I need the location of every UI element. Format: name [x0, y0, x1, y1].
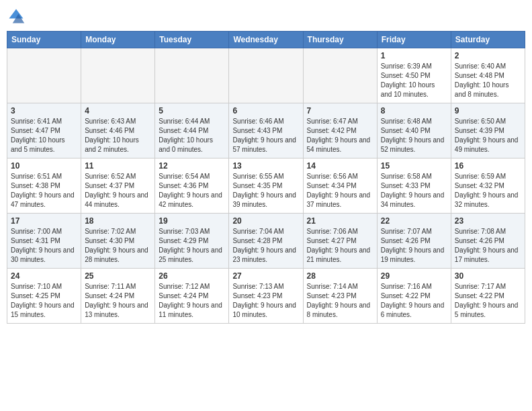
calendar-cell: 25Sunrise: 7:11 AM Sunset: 4:24 PM Dayli… — [81, 269, 155, 324]
calendar-cell: 11Sunrise: 6:52 AM Sunset: 4:37 PM Dayli… — [81, 158, 155, 214]
day-info: Sunrise: 6:44 AM Sunset: 4:44 PM Dayligh… — [159, 117, 225, 154]
calendar-cell: 12Sunrise: 6:54 AM Sunset: 4:36 PM Dayli… — [155, 158, 229, 214]
calendar-cell: 26Sunrise: 7:12 AM Sunset: 4:24 PM Dayli… — [155, 269, 229, 324]
day-number: 4 — [85, 106, 151, 116]
day-number: 3 — [11, 106, 77, 116]
calendar-week-row: 24Sunrise: 7:10 AM Sunset: 4:25 PM Dayli… — [7, 269, 525, 324]
calendar-cell: 4Sunrise: 6:43 AM Sunset: 4:46 PM Daylig… — [81, 103, 155, 158]
day-info: Sunrise: 7:03 AM Sunset: 4:29 PM Dayligh… — [159, 227, 225, 265]
col-header-wednesday: Wednesday — [229, 32, 303, 48]
day-number: 17 — [11, 216, 77, 226]
day-number: 24 — [11, 271, 77, 281]
calendar-cell: 24Sunrise: 7:10 AM Sunset: 4:25 PM Dayli… — [7, 269, 81, 324]
day-number: 29 — [381, 271, 447, 281]
col-header-tuesday: Tuesday — [155, 32, 229, 48]
calendar-cell: 27Sunrise: 7:13 AM Sunset: 4:23 PM Dayli… — [229, 269, 303, 324]
day-number: 18 — [85, 216, 151, 226]
day-number: 12 — [159, 161, 225, 171]
calendar-cell: 30Sunrise: 7:17 AM Sunset: 4:22 PM Dayli… — [451, 269, 525, 324]
calendar-week-row: 3Sunrise: 6:41 AM Sunset: 4:47 PM Daylig… — [7, 103, 525, 158]
day-info: Sunrise: 7:14 AM Sunset: 4:23 PM Dayligh… — [307, 282, 373, 320]
calendar-cell: 17Sunrise: 7:00 AM Sunset: 4:31 PM Dayli… — [7, 214, 81, 269]
calendar-cell: 23Sunrise: 7:08 AM Sunset: 4:26 PM Dayli… — [451, 214, 525, 269]
svg-marker-0 — [9, 9, 24, 19]
calendar-cell: 2Sunrise: 6:40 AM Sunset: 4:48 PM Daylig… — [451, 48, 525, 103]
day-info: Sunrise: 6:52 AM Sunset: 4:37 PM Dayligh… — [85, 172, 151, 210]
calendar-cell: 21Sunrise: 7:06 AM Sunset: 4:27 PM Dayli… — [303, 214, 377, 269]
logo — [7, 7, 28, 26]
day-number: 9 — [455, 106, 521, 116]
page-header — [7, 7, 525, 26]
col-header-sunday: Sunday — [7, 32, 81, 48]
day-number: 20 — [232, 216, 299, 226]
day-number: 10 — [11, 161, 77, 171]
day-info: Sunrise: 6:56 AM Sunset: 4:34 PM Dayligh… — [307, 172, 373, 210]
day-number: 16 — [455, 161, 521, 171]
calendar-cell: 5Sunrise: 6:44 AM Sunset: 4:44 PM Daylig… — [155, 103, 229, 158]
day-number: 28 — [307, 271, 373, 281]
day-info: Sunrise: 6:48 AM Sunset: 4:40 PM Dayligh… — [381, 117, 447, 154]
day-info: Sunrise: 7:11 AM Sunset: 4:24 PM Dayligh… — [85, 282, 151, 320]
calendar-header-row: SundayMondayTuesdayWednesdayThursdayFrid… — [7, 32, 525, 48]
calendar-cell: 3Sunrise: 6:41 AM Sunset: 4:47 PM Daylig… — [7, 103, 81, 158]
day-info: Sunrise: 6:40 AM Sunset: 4:48 PM Dayligh… — [455, 62, 521, 99]
day-info: Sunrise: 7:02 AM Sunset: 4:30 PM Dayligh… — [85, 227, 151, 265]
day-info: Sunrise: 7:07 AM Sunset: 4:26 PM Dayligh… — [381, 227, 447, 265]
day-info: Sunrise: 6:47 AM Sunset: 4:42 PM Dayligh… — [307, 117, 373, 154]
day-info: Sunrise: 7:16 AM Sunset: 4:22 PM Dayligh… — [381, 282, 447, 320]
calendar-cell: 28Sunrise: 7:14 AM Sunset: 4:23 PM Dayli… — [303, 269, 377, 324]
col-header-thursday: Thursday — [303, 32, 377, 48]
calendar-cell: 19Sunrise: 7:03 AM Sunset: 4:29 PM Dayli… — [155, 214, 229, 269]
col-header-monday: Monday — [81, 32, 155, 48]
calendar-cell: 22Sunrise: 7:07 AM Sunset: 4:26 PM Dayli… — [377, 214, 451, 269]
day-number: 22 — [381, 216, 447, 226]
calendar-week-row: 1Sunrise: 6:39 AM Sunset: 4:50 PM Daylig… — [7, 48, 525, 103]
logo-icon — [7, 7, 26, 26]
day-number: 27 — [232, 271, 299, 281]
calendar-cell — [303, 48, 377, 103]
col-header-friday: Friday — [377, 32, 451, 48]
day-number: 23 — [455, 216, 521, 226]
calendar-cell: 13Sunrise: 6:55 AM Sunset: 4:35 PM Dayli… — [229, 158, 303, 214]
day-info: Sunrise: 6:55 AM Sunset: 4:35 PM Dayligh… — [232, 172, 299, 210]
day-info: Sunrise: 7:08 AM Sunset: 4:26 PM Dayligh… — [455, 227, 521, 265]
day-info: Sunrise: 6:39 AM Sunset: 4:50 PM Dayligh… — [381, 62, 447, 99]
calendar-table: SundayMondayTuesdayWednesdayThursdayFrid… — [7, 31, 525, 324]
day-info: Sunrise: 6:46 AM Sunset: 4:43 PM Dayligh… — [232, 117, 299, 154]
calendar-cell — [81, 48, 155, 103]
day-number: 25 — [85, 271, 151, 281]
calendar-cell: 29Sunrise: 7:16 AM Sunset: 4:22 PM Dayli… — [377, 269, 451, 324]
day-info: Sunrise: 7:00 AM Sunset: 4:31 PM Dayligh… — [11, 227, 77, 265]
day-number: 13 — [232, 161, 299, 171]
calendar-cell: 9Sunrise: 6:50 AM Sunset: 4:39 PM Daylig… — [451, 103, 525, 158]
calendar-cell: 16Sunrise: 6:59 AM Sunset: 4:32 PM Dayli… — [451, 158, 525, 214]
day-info: Sunrise: 6:54 AM Sunset: 4:36 PM Dayligh… — [159, 172, 225, 210]
day-number: 5 — [159, 106, 225, 116]
calendar-week-row: 10Sunrise: 6:51 AM Sunset: 4:38 PM Dayli… — [7, 158, 525, 214]
day-info: Sunrise: 6:41 AM Sunset: 4:47 PM Dayligh… — [11, 117, 77, 154]
calendar-cell: 15Sunrise: 6:58 AM Sunset: 4:33 PM Dayli… — [377, 158, 451, 214]
calendar-cell — [7, 48, 81, 103]
day-number: 19 — [159, 216, 225, 226]
day-number: 21 — [307, 216, 373, 226]
day-number: 15 — [381, 161, 447, 171]
day-info: Sunrise: 7:10 AM Sunset: 4:25 PM Dayligh… — [11, 282, 77, 320]
day-info: Sunrise: 6:59 AM Sunset: 4:32 PM Dayligh… — [455, 172, 521, 210]
day-info: Sunrise: 7:13 AM Sunset: 4:23 PM Dayligh… — [232, 282, 299, 320]
day-number: 26 — [159, 271, 225, 281]
calendar-cell: 7Sunrise: 6:47 AM Sunset: 4:42 PM Daylig… — [303, 103, 377, 158]
day-info: Sunrise: 6:58 AM Sunset: 4:33 PM Dayligh… — [381, 172, 447, 210]
day-info: Sunrise: 7:06 AM Sunset: 4:27 PM Dayligh… — [307, 227, 373, 265]
day-number: 1 — [381, 51, 447, 60]
calendar-cell: 20Sunrise: 7:04 AM Sunset: 4:28 PM Dayli… — [229, 214, 303, 269]
calendar-cell: 18Sunrise: 7:02 AM Sunset: 4:30 PM Dayli… — [81, 214, 155, 269]
calendar-cell: 10Sunrise: 6:51 AM Sunset: 4:38 PM Dayli… — [7, 158, 81, 214]
col-header-saturday: Saturday — [451, 32, 525, 48]
day-info: Sunrise: 6:43 AM Sunset: 4:46 PM Dayligh… — [85, 117, 151, 154]
day-number: 8 — [381, 106, 447, 116]
day-number: 14 — [307, 161, 373, 171]
calendar-cell: 14Sunrise: 6:56 AM Sunset: 4:34 PM Dayli… — [303, 158, 377, 214]
day-number: 11 — [85, 161, 151, 171]
day-number: 6 — [232, 106, 299, 116]
calendar-cell: 6Sunrise: 6:46 AM Sunset: 4:43 PM Daylig… — [229, 103, 303, 158]
